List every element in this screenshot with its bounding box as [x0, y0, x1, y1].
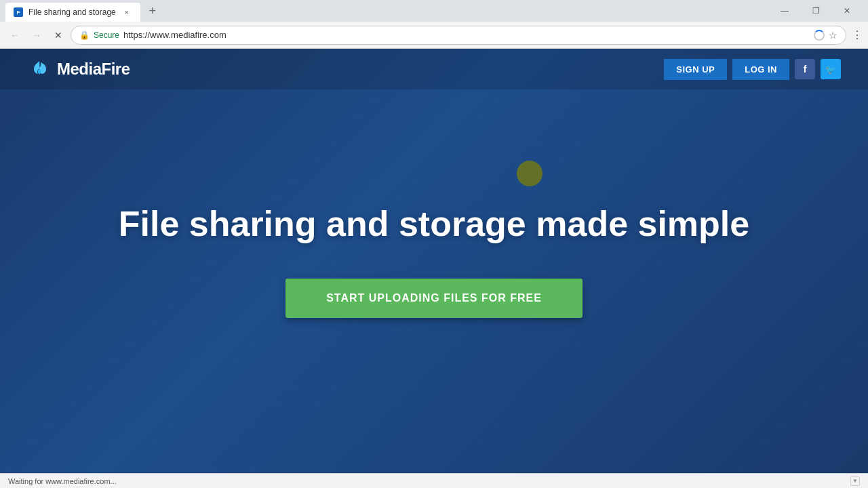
address-bar[interactable]: 🔒 Secure https://www.mediafire.com ☆ [71, 26, 846, 45]
hero-title: File sharing and storage made simple [119, 204, 750, 245]
tab-favicon: F [14, 7, 23, 17]
secure-icon: 🔒 [79, 30, 90, 40]
navigation-bar: ← → ✕ 🔒 Secure https://www.mediafire.com… [0, 22, 868, 49]
login-button[interactable]: LOG IN [732, 59, 789, 80]
status-text: Waiting for www.mediafire.com... [8, 477, 845, 485]
title-bar: F File sharing and storage × + — ❐ ✕ [0, 0, 868, 22]
forward-button[interactable]: → [27, 26, 46, 45]
reload-button[interactable]: ✕ [49, 26, 68, 45]
bookmark-icon[interactable]: ☆ [829, 30, 837, 41]
maximize-button[interactable]: ❐ [800, 0, 831, 22]
scroll-indicator[interactable]: ▼ [850, 476, 860, 486]
twitter-icon[interactable]: 🐦 [821, 59, 841, 79]
site-header: MediaFire SIGN UP LOG IN f 🐦 [0, 49, 868, 89]
browser-menu-icon[interactable]: ⋮ [852, 28, 863, 41]
signup-button[interactable]: SIGN UP [664, 59, 727, 80]
hero-section: File sharing and storage made simple STA… [0, 89, 868, 473]
facebook-icon[interactable]: f [795, 59, 815, 79]
logo-icon [27, 60, 52, 79]
browser-frame: F File sharing and storage × + — ❐ ✕ ← →… [0, 0, 868, 488]
new-tab-button[interactable]: + [143, 1, 162, 20]
close-button[interactable]: ✕ [831, 0, 863, 22]
logo-text: MediaFire [57, 60, 130, 79]
status-bar: Waiting for www.mediafire.com... ▼ [0, 473, 868, 488]
cursor-indicator [517, 161, 542, 186]
minimize-button[interactable]: — [769, 0, 800, 22]
url-text: https://www.mediafire.com [123, 30, 810, 40]
tab-close-button[interactable]: × [121, 7, 132, 18]
active-tab[interactable]: F File sharing and storage × [5, 3, 140, 22]
loading-spinner [814, 30, 825, 41]
secure-label: Secure [94, 30, 119, 40]
back-button[interactable]: ← [5, 26, 24, 45]
window-controls: — ❐ ✕ [769, 0, 863, 22]
header-actions: SIGN UP LOG IN f 🐦 [664, 59, 841, 80]
cta-button[interactable]: START UPLOADING FILES FOR FREE [285, 279, 583, 318]
logo[interactable]: MediaFire [27, 60, 130, 79]
tab-title: File sharing and storage [28, 7, 116, 17]
website-content: MediaFire SIGN UP LOG IN f 🐦 File sharin… [0, 49, 868, 473]
